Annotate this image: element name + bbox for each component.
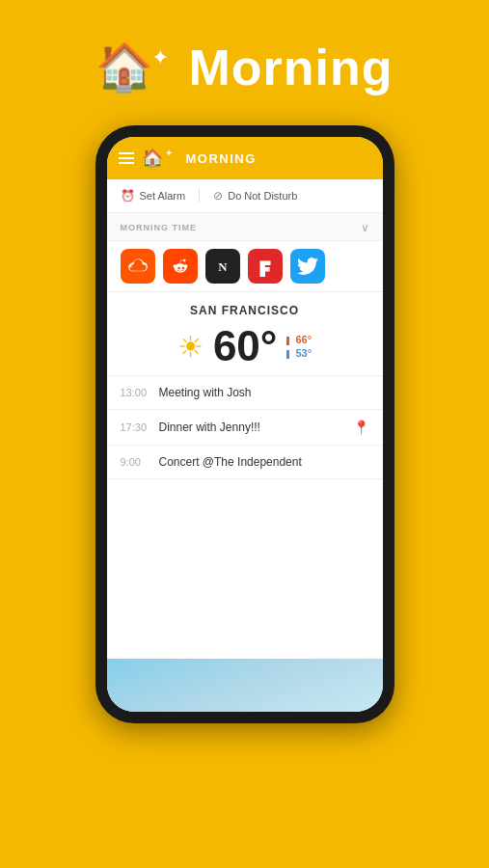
chevron-down-icon: ∨	[361, 221, 369, 234]
event-time: 9:00	[121, 456, 149, 468]
event-time: 13:00	[121, 387, 149, 398]
dnd-icon: ⊘	[213, 189, 223, 203]
header-icon-group: 🏠 ✦	[95, 44, 177, 91]
house-icon: 🏠	[95, 44, 153, 91]
set-alarm-button[interactable]: ⏰ Set Alarm	[121, 189, 186, 203]
dnd-label: Do Not Disturb	[228, 190, 297, 202]
app-bar-title: MORNING	[186, 151, 257, 166]
event-title: Concert @The Independent	[159, 455, 369, 469]
temp-range: 66° 53°	[286, 334, 312, 359]
event-title: Dinner with Jenny!!!	[159, 420, 343, 434]
app-sun-icon: ✦	[165, 148, 173, 158]
app-house-icon: 🏠	[142, 148, 163, 169]
do-not-disturb-button[interactable]: ⊘ Do Not Disturb	[213, 189, 297, 203]
sky-background	[107, 659, 383, 712]
actions-divider	[199, 189, 200, 203]
page-header: 🏠 ✦ Morning	[95, 0, 393, 125]
morning-time-label: MORNING TIME	[121, 223, 198, 232]
alarm-icon: ⏰	[121, 189, 135, 203]
weather-section: SAN FRANCISCO ☀ 60° 66° 53°	[107, 292, 383, 376]
event-item[interactable]: 13:00 Meeting with Josh	[107, 376, 383, 410]
location-icon: 📍	[353, 420, 369, 435]
bottom-image-strip	[107, 659, 383, 712]
event-title: Meeting with Josh	[159, 386, 369, 399]
sun-sparkle-icon: ✦	[151, 45, 169, 70]
event-item[interactable]: 9:00 Concert @The Independent	[107, 446, 383, 479]
quick-actions-bar: ⏰ Set Alarm ⊘ Do Not Disturb	[107, 179, 383, 213]
event-time: 17:30	[121, 421, 149, 433]
event-item[interactable]: 17:30 Dinner with Jenny!!! 📍	[107, 410, 383, 446]
phone-screen: 🏠 ✦ MORNING ⏰ Set Alarm ⊘ Do Not Disturb…	[107, 137, 383, 712]
reddit-app-icon[interactable]	[163, 249, 198, 284]
page-title: Morning	[188, 39, 393, 96]
temp-high: 66°	[286, 334, 312, 345]
low-bar	[286, 350, 289, 359]
twitter-app-icon[interactable]	[290, 249, 325, 284]
weather-main: ☀ 60° 66° 53°	[121, 325, 369, 367]
current-temp: 60°	[213, 325, 278, 367]
temp-low-value: 53°	[295, 347, 312, 359]
high-bar	[286, 337, 289, 345]
app-icons-row: N	[107, 241, 383, 292]
phone-frame: 🏠 ✦ MORNING ⏰ Set Alarm ⊘ Do Not Disturb…	[95, 125, 394, 723]
nyt-app-icon[interactable]: N	[205, 249, 240, 284]
flipboard-app-icon[interactable]	[248, 249, 283, 284]
set-alarm-label: Set Alarm	[140, 190, 186, 202]
temp-low: 53°	[286, 347, 312, 359]
svg-text:N: N	[218, 260, 228, 274]
city-name: SAN FRANCISCO	[121, 304, 369, 317]
events-section: 13:00 Meeting with Josh 17:30 Dinner wit…	[107, 376, 383, 659]
soundcloud-app-icon[interactable]	[121, 249, 155, 284]
weather-sun-icon: ☀	[177, 330, 204, 364]
hamburger-menu[interactable]	[119, 152, 134, 164]
morning-time-section-header[interactable]: MORNING TIME ∨	[107, 213, 383, 241]
temp-high-value: 66°	[295, 334, 312, 345]
app-header-bar: 🏠 ✦ MORNING	[107, 137, 383, 179]
